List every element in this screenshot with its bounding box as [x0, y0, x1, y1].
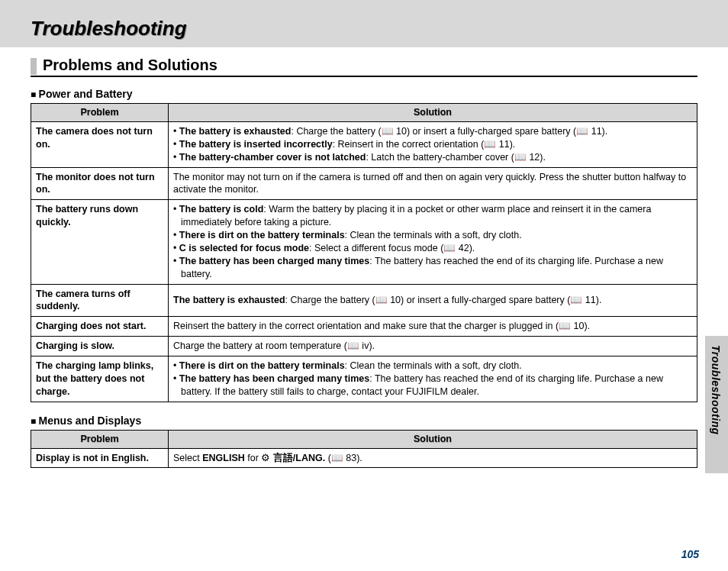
problem-cell: The camera does not turn on. — [31, 121, 169, 167]
menus-table: Problem Solution Display is not in Engli… — [31, 430, 697, 469]
table-row: The monitor does not turn on.The monitor… — [31, 167, 697, 200]
solution-item: The battery is exhausted: Charge the bat… — [181, 125, 692, 138]
problem-cell: The battery runs down quickly. — [31, 200, 169, 284]
problem-cell: Charging does not start. — [31, 317, 169, 337]
power-table: Problem Solution The camera does not tur… — [31, 103, 697, 402]
solution-item: The battery has been charged many times:… — [181, 373, 692, 398]
side-label: Troubleshooting — [710, 345, 722, 435]
table-row: The charging lamp blinks, but the batter… — [31, 356, 697, 402]
section-title: Problems and Solutions — [43, 56, 217, 76]
solution-cell: Reinsert the battery in the correct orie… — [169, 317, 697, 337]
col-problem-header: Problem — [31, 104, 169, 122]
solution-cell: The battery is exhausted: Charge the bat… — [169, 284, 697, 317]
setup-icon: ⚙ — [261, 453, 270, 463]
solution-item: C is selected for focus mode: Select a d… — [181, 242, 692, 255]
table-row: Display is not in English.Select ENGLISH… — [31, 448, 697, 468]
table-row: Charging is slow.Charge the battery at r… — [31, 337, 697, 356]
subsection-menus-title: Menus and Displays — [31, 415, 697, 427]
solution-item: The battery-chamber cover is not latched… — [181, 151, 692, 164]
solution-item: There is dirt on the battery terminals: … — [181, 229, 692, 242]
solution-cell: The battery is exhausted: Charge the bat… — [169, 121, 697, 167]
solution-item: There is dirt on the battery terminals: … — [181, 360, 692, 373]
page-title: Troubleshooting — [31, 17, 187, 40]
solution-cell: The battery is cold: Warm the battery by… — [169, 200, 697, 284]
solution-item: The battery is inserted incorrectly: Rei… — [181, 138, 692, 151]
section-header: Problems and Solutions — [31, 56, 697, 77]
table-row: The camera does not turn on.The battery … — [31, 121, 697, 167]
page-number: 105 — [681, 548, 699, 560]
problem-cell: The monitor does not turn on. — [31, 167, 169, 200]
table-row: The camera turns off suddenly.The batter… — [31, 284, 697, 317]
solution-item: The battery has been charged many times:… — [181, 255, 692, 281]
problem-cell: The camera turns off suddenly. — [31, 284, 169, 317]
section-accent-bar — [31, 58, 37, 75]
solution-cell: There is dirt on the battery terminals: … — [169, 356, 697, 402]
problem-cell: Display is not in English. — [31, 448, 169, 468]
problem-cell: The charging lamp blinks, but the batter… — [31, 356, 169, 402]
problem-cell: Charging is slow. — [31, 337, 169, 356]
table-row: The battery runs down quickly.The batter… — [31, 200, 697, 284]
table-row: Charging does not start.Reinsert the bat… — [31, 317, 697, 337]
solution-cell: The monitor may not turn on if the camer… — [169, 167, 697, 200]
subsection-power-title: Power and Battery — [31, 88, 697, 100]
col-solution-header: Solution — [169, 430, 697, 448]
solution-cell: Charge the battery at room temperature (… — [169, 337, 697, 356]
col-solution-header: Solution — [169, 104, 697, 122]
solution-cell: Select ENGLISH for ⚙ 言語/LANG. (📖 83). — [169, 448, 697, 468]
col-problem-header: Problem — [31, 430, 169, 448]
solution-item: The battery is cold: Warm the battery by… — [181, 203, 692, 229]
